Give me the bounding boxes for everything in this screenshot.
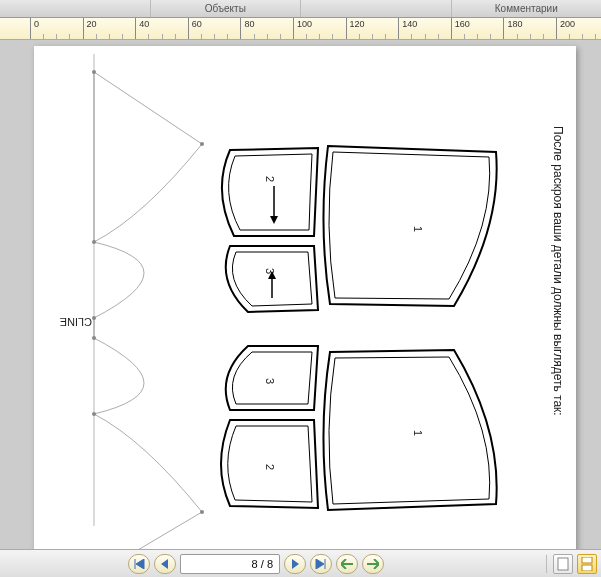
ruler-tick: 160 <box>451 18 470 39</box>
svg-point-0 <box>92 70 96 74</box>
canvas-area[interactable]: После раскроя ваши детали должны выгляде… <box>0 40 601 549</box>
next-page-button[interactable] <box>284 554 306 574</box>
svg-point-7 <box>200 510 204 514</box>
ruler-tick: 200 <box>556 18 575 39</box>
svg-marker-8 <box>270 216 278 224</box>
label-3-upper: 3 <box>264 268 276 274</box>
horizontal-ruler: 020406080100120140160180200220 <box>0 18 601 40</box>
piece-1-upper-inner <box>329 152 490 299</box>
tab-2[interactable] <box>301 0 452 17</box>
tab-strip: Объекты Комментарии <box>0 0 601 18</box>
tab-comments[interactable]: Комментарии <box>452 0 602 17</box>
ruler-tick: 40 <box>135 18 149 39</box>
back-button[interactable] <box>336 554 358 574</box>
svg-point-5 <box>92 336 96 340</box>
label-1-lower: 1 <box>412 430 424 436</box>
label-3-lower: 3 <box>264 378 276 384</box>
construction-lower <box>94 414 202 549</box>
svg-point-2 <box>92 240 96 244</box>
ruler-tick: 20 <box>83 18 97 39</box>
first-page-button[interactable] <box>128 554 150 574</box>
document-page: После раскроя ваши детали должны выгляде… <box>34 46 576 549</box>
svg-rect-11 <box>582 557 592 563</box>
page-number-input[interactable]: 8 / 8 <box>180 554 280 574</box>
curve-upper-bump <box>94 242 144 318</box>
single-page-view-button[interactable] <box>553 554 573 574</box>
label-2-lower: 2 <box>264 464 276 470</box>
construction-upper <box>94 72 202 242</box>
ruler-tick: 80 <box>240 18 254 39</box>
navigation-bar: 8 / 8 <box>0 549 601 577</box>
ruler-tick: 100 <box>293 18 312 39</box>
svg-rect-10 <box>558 558 568 570</box>
last-page-button[interactable] <box>310 554 332 574</box>
svg-point-1 <box>200 142 204 146</box>
prev-page-button[interactable] <box>154 554 176 574</box>
label-1-upper: 1 <box>412 226 424 232</box>
curve-lower-bump <box>94 338 144 414</box>
tab-objects[interactable]: Объекты <box>151 0 302 17</box>
continuous-view-button[interactable] <box>577 554 597 574</box>
piece-1-upper-outer <box>323 146 496 306</box>
svg-rect-12 <box>582 565 592 571</box>
cline-label: CLINE <box>60 316 92 328</box>
forward-button[interactable] <box>362 554 384 574</box>
ruler-tick: 180 <box>503 18 522 39</box>
tab-0[interactable] <box>0 0 151 17</box>
ruler-tick: 120 <box>346 18 365 39</box>
ruler-tick: 140 <box>398 18 417 39</box>
piece-1-lower-outer <box>323 350 496 510</box>
label-2-upper: 2 <box>264 176 276 182</box>
piece-2-upper-inner <box>229 154 312 230</box>
ruler-tick: 0 <box>30 18 39 39</box>
pattern-drawing: После раскроя ваши детали должны выгляде… <box>34 46 576 549</box>
ruler-tick: 60 <box>188 18 202 39</box>
instruction-text: После раскроя ваши детали должны выгляде… <box>551 126 565 416</box>
piece-1-lower-inner <box>329 357 490 504</box>
